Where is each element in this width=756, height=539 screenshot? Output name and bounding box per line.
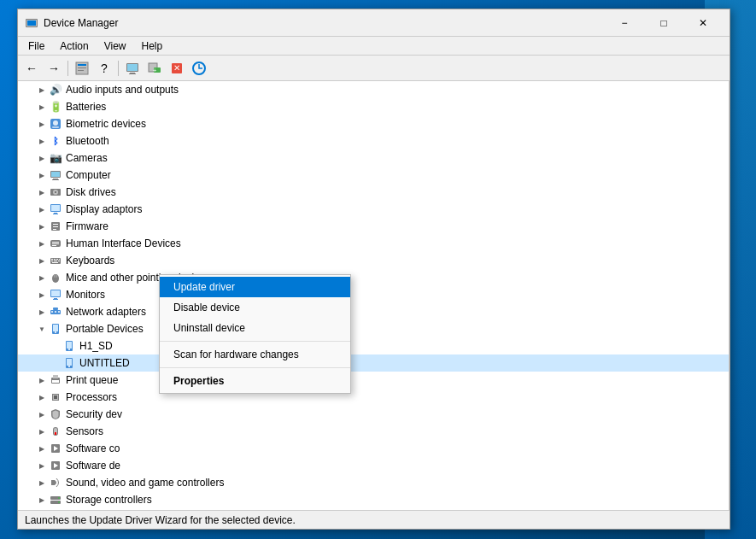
tree-item-firmware[interactable]: ▶ Firmware — [18, 218, 729, 235]
svg-rect-23 — [52, 179, 59, 180]
tree-item-monitors[interactable]: ▶ Monitors — [18, 286, 729, 303]
expand-icon[interactable]: ▶ — [35, 134, 49, 148]
tree-item-processors[interactable]: ▶ Processors — [18, 389, 729, 406]
minimize-button[interactable]: − — [605, 9, 644, 37]
tree-item-hid[interactable]: ▶ Human Interface Devices — [18, 235, 729, 252]
svg-point-65 — [68, 349, 70, 350]
expand-icon[interactable]: ▶ — [35, 288, 49, 302]
tree-item-diskdrives[interactable]: ▶ Disk drives — [18, 184, 729, 201]
print-icon — [49, 373, 62, 387]
expand-icon[interactable]: ▶ — [35, 390, 49, 404]
sound-icon — [49, 476, 62, 489]
expand-spacer — [49, 339, 62, 353]
svg-rect-42 — [56, 259, 58, 260]
tree-item-biometric[interactable]: ▶ Biometric devices — [18, 115, 729, 132]
svg-rect-28 — [51, 205, 60, 211]
svg-rect-40 — [51, 259, 53, 260]
menu-view[interactable]: View — [97, 38, 133, 54]
tree-item-batteries[interactable]: ▶ 🔋 Batteries — [18, 98, 729, 115]
tree-item-storage[interactable]: ▶ Storage controllers — [18, 491, 729, 508]
expand-icon[interactable]: ▶ — [35, 493, 49, 507]
svg-rect-67 — [67, 359, 72, 366]
svg-rect-32 — [53, 224, 58, 225]
expand-icon[interactable]: ▶ — [35, 151, 49, 165]
expand-icon[interactable]: ▶ — [35, 271, 49, 284]
expand-icon[interactable]: ▶ — [35, 185, 49, 199]
tree-item-portable[interactable]: ▼ Portable Devices — [18, 320, 729, 337]
toolbar-separator-2 — [118, 61, 119, 76]
window-title: Device Manager — [44, 17, 605, 29]
tree-item-sound[interactable]: ▶ Sound, video and game controllers — [18, 474, 729, 491]
tree-item-keyboards[interactable]: ▶ Keyboards — [18, 252, 729, 269]
svg-rect-77 — [55, 432, 56, 435]
tree-label-processors: Processors — [66, 391, 117, 403]
svg-rect-4 — [78, 64, 86, 66]
tree-item-cameras[interactable]: ▶ 📷 Cameras — [18, 149, 729, 167]
tree-label-security: Security dev — [66, 408, 122, 420]
tree-item-print[interactable]: ▶ Print queue — [18, 372, 729, 389]
expand-icon[interactable]: ▶ — [35, 373, 49, 387]
close-button[interactable]: ✕ — [683, 9, 723, 37]
tree-item-sensors[interactable]: ▶ Sensors — [18, 423, 729, 440]
tree-item-softwareco[interactable]: ▶ Software co — [18, 440, 729, 457]
svg-rect-10 — [129, 73, 136, 74]
tree-item-computer[interactable]: ▶ Computer — [18, 167, 729, 184]
svg-rect-29 — [54, 213, 57, 214]
expand-icon[interactable]: ▶ — [35, 476, 49, 489]
tree-item-network[interactable]: ▶ Network adapters — [18, 303, 729, 320]
expand-icon[interactable]: ▶ — [35, 407, 49, 421]
tree-item-display[interactable]: ▶ Display adaptors — [18, 201, 729, 218]
computer-button[interactable] — [122, 58, 143, 79]
expand-icon[interactable]: ▶ — [35, 459, 49, 472]
expand-icon[interactable]: ▶ — [35, 202, 49, 216]
tree-item-audio[interactable]: ▶ 🔊 Audio inputs and outputs — [18, 81, 729, 98]
ctx-uninstall-device[interactable]: Uninstall device — [160, 318, 350, 338]
maximize-button[interactable]: □ — [644, 9, 683, 37]
expand-icon[interactable]: ▶ — [35, 83, 49, 97]
menu-file[interactable]: File — [21, 38, 51, 54]
expand-icon[interactable]: ▶ — [35, 168, 49, 182]
portable-icon — [49, 322, 62, 336]
menu-help[interactable]: Help — [135, 38, 170, 54]
expand-icon[interactable]: ▶ — [35, 237, 49, 250]
tree-item-softwarede[interactable]: ▶ Software de — [18, 457, 729, 474]
tree-label-softwareco: Software co — [66, 442, 120, 454]
expand-icon[interactable]: ▼ — [35, 322, 49, 336]
expand-icon[interactable]: ▶ — [35, 305, 49, 319]
untitled-icon — [62, 356, 76, 370]
ctx-update-driver[interactable]: Update driver — [160, 277, 350, 297]
expand-icon[interactable]: ▶ — [35, 254, 49, 267]
menu-action[interactable]: Action — [53, 38, 95, 54]
tree-label-firmware: Firmware — [66, 220, 108, 232]
ctx-scan-hardware[interactable]: Scan for hardware changes — [160, 344, 350, 365]
remove-button[interactable]: ✕ — [167, 58, 187, 79]
tree-item-security[interactable]: ▶ Security dev — [18, 406, 729, 423]
status-bar: Launches the Update Driver Wizard for th… — [18, 510, 730, 529]
device-tree[interactable]: ▶ 🔊 Audio inputs and outputs ▶ 🔋 Batteri… — [18, 81, 730, 510]
ctx-disable-device[interactable]: Disable device — [160, 297, 350, 318]
h1sd-icon — [62, 339, 76, 353]
update-button[interactable] — [189, 58, 209, 79]
back-button[interactable]: ← — [21, 58, 42, 79]
softwarede-icon — [49, 459, 62, 472]
expand-icon[interactable]: ▶ — [35, 220, 49, 233]
ctx-properties[interactable]: Properties — [160, 371, 350, 391]
forward-button[interactable]: → — [44, 58, 64, 79]
help-button[interactable]: ? — [94, 58, 114, 79]
expand-icon[interactable]: ▶ — [35, 117, 49, 131]
tree-item-system[interactable]: ▶ System devices — [18, 508, 729, 510]
expand-icon[interactable]: ▶ — [35, 100, 49, 114]
network-icon — [49, 305, 62, 319]
tree-label-monitors: Monitors — [66, 289, 105, 301]
properties-button[interactable] — [72, 58, 92, 79]
tree-item-mice[interactable]: ▶ Mice and other pointing devices — [18, 269, 729, 286]
expand-icon[interactable]: ▶ — [35, 425, 49, 438]
svg-rect-53 — [54, 298, 57, 299]
tree-item-untitled[interactable]: UNTITLED — [18, 354, 729, 372]
expand-icon[interactable]: ▶ — [35, 442, 49, 455]
sensors-icon — [49, 425, 62, 438]
svg-text:+: + — [153, 67, 157, 74]
tree-item-h1sd[interactable]: H1_SD — [18, 337, 729, 354]
tree-item-bluetooth[interactable]: ▶ ᛒ Bluetooth — [18, 132, 729, 149]
add-button[interactable]: + — [144, 58, 165, 79]
